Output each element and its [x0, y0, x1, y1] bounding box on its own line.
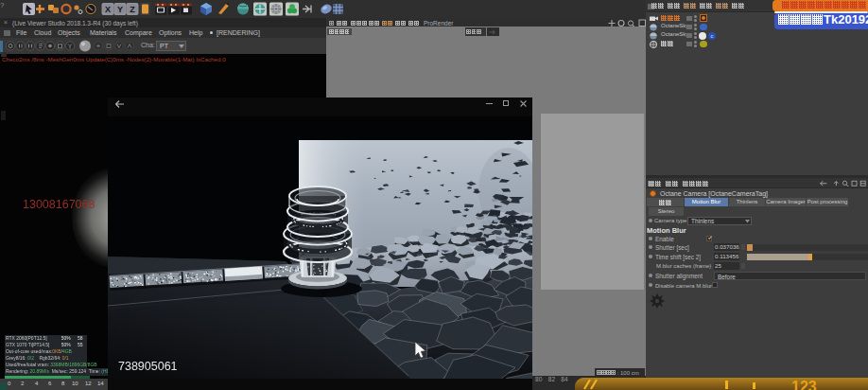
svg-text:Z: Z: [130, 5, 135, 14]
svg-text:X: X: [105, 5, 111, 14]
svg-text:738905061: 738905061: [118, 360, 178, 373]
svg-text:Y: Y: [117, 5, 123, 14]
svg-text:123: 123: [791, 379, 817, 390]
